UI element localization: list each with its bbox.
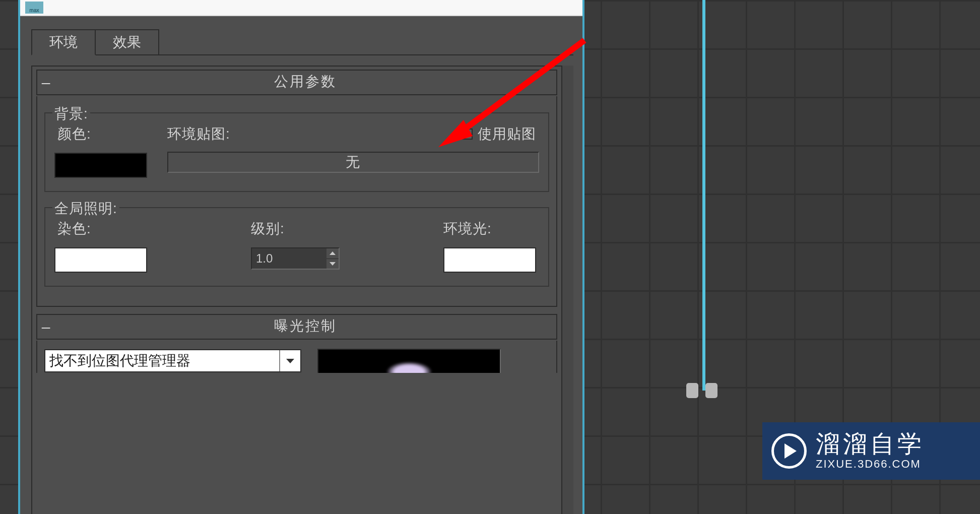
- background-color-swatch[interactable]: [54, 153, 147, 178]
- watermark-title: 溜溜自学: [816, 431, 925, 457]
- tabs-row: 环境 效果: [31, 29, 582, 55]
- panel-body: – 公用参数 背景: 颜色: 环境贴图:: [31, 66, 573, 514]
- rollout-exposure-title: 曝光控制: [54, 315, 556, 339]
- env-map-button[interactable]: 无: [167, 152, 539, 173]
- level-label: 级别:: [251, 219, 340, 238]
- chevron-down-icon: [330, 262, 336, 266]
- watermark-text: 溜溜自学 ZIXUE.3D66.COM: [816, 431, 925, 471]
- ambient-label: 环境光:: [443, 219, 536, 238]
- play-circle-icon: [771, 433, 807, 469]
- rollout-common-title: 公用参数: [54, 71, 556, 94]
- tab-environment[interactable]: 环境: [31, 29, 96, 55]
- rollout-exposure-header[interactable]: – 曝光控制: [36, 314, 557, 340]
- dialog-titlebar[interactable]: max: [20, 0, 582, 16]
- viewport-guide-line: [702, 0, 705, 391]
- exposure-type-dropdown[interactable]: 找不到位图代理管理器: [44, 349, 301, 372]
- exposure-dropdown-value: 找不到位图代理管理器: [49, 351, 279, 370]
- chevron-up-icon: [330, 251, 336, 255]
- group-global-illum-legend: 全局照明:: [52, 199, 119, 218]
- level-spinner-down[interactable]: [326, 259, 339, 269]
- app-icon: max: [25, 2, 43, 14]
- panel-scrollbar[interactable]: [561, 66, 573, 514]
- level-spinner: 1.0: [251, 247, 340, 270]
- level-spinner-arrows: [326, 247, 340, 270]
- level-input[interactable]: 1.0: [251, 247, 326, 270]
- level-spinner-up[interactable]: [326, 248, 339, 259]
- tab-effects[interactable]: 效果: [95, 29, 159, 55]
- tint-color-swatch[interactable]: [54, 247, 147, 273]
- preview-blob-icon: [386, 362, 432, 373]
- viewport-nodes: [686, 383, 717, 398]
- env-map-label: 环境贴图:: [167, 124, 230, 144]
- group-background-legend: 背景:: [52, 104, 90, 123]
- rollout-common-content: 背景: 颜色: 环境贴图: 使用贴图: [36, 96, 557, 307]
- use-map-label: 使用贴图: [478, 124, 536, 144]
- rollout-exposure-content: 找不到位图代理管理器: [36, 341, 557, 373]
- exposure-dropdown-arrow: [279, 350, 300, 371]
- exposure-preview: [317, 349, 501, 373]
- ambient-color-swatch[interactable]: [443, 247, 536, 273]
- rollout-common-toggle[interactable]: –: [37, 74, 54, 91]
- use-map-checkbox[interactable]: [462, 128, 473, 140]
- rollout-exposure-toggle[interactable]: –: [37, 318, 54, 336]
- tint-label: 染色:: [57, 219, 147, 238]
- group-global-illum: 全局照明: 染色: 级别: 1.0: [44, 207, 549, 287]
- watermark-sub: ZIXUE.3D66.COM: [816, 458, 925, 471]
- use-map-row: 使用贴图: [462, 124, 536, 144]
- color-label: 颜色:: [57, 124, 147, 144]
- environment-effects-dialog: max 环境 效果 – 公用参数 背景: 颜色:: [20, 0, 584, 514]
- chevron-down-icon: [286, 359, 294, 363]
- watermark: 溜溜自学 ZIXUE.3D66.COM: [762, 422, 980, 480]
- group-background: 背景: 颜色: 环境贴图: 使用贴图: [44, 112, 549, 192]
- rollout-common-header[interactable]: – 公用参数: [36, 70, 557, 95]
